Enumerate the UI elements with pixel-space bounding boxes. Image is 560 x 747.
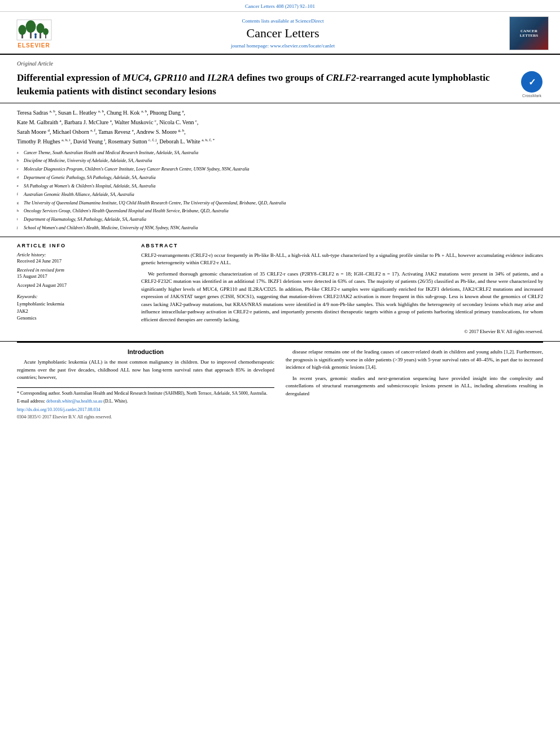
affil-text-d: Department of Genetic Pathology, SA Path… [24, 174, 543, 182]
affil-super-f: f [17, 191, 24, 199]
revised-label: Received in revised form [17, 267, 130, 273]
svg-point-4 [25, 20, 36, 33]
affiliation-h: h Oncology Services Group, Children's He… [17, 208, 543, 216]
intro-para1-left: Acute lymphoblastic leukemia (ALL) is th… [17, 359, 274, 382]
email-address[interactable]: deborah.white@sa.health.sa.au [46, 399, 102, 404]
affiliation-e: e SA Pathology at Women's & Children's H… [17, 183, 543, 191]
copyright-line: © 2017 Elsevier B.V. All rights reserved… [141, 328, 543, 335]
footnote-area: * Corresponding author. South Australian… [17, 387, 274, 421]
svg-rect-10 [34, 36, 36, 38]
affiliations: a Cancer Theme, South Australian Health … [17, 150, 543, 233]
keyword-1: Lymphoblastic leukemia [17, 300, 130, 308]
introduction-heading: Introduction [17, 348, 274, 355]
affil-text-g: The University of Queensland Diamantina … [24, 200, 543, 208]
email-label: E-mail address: [17, 399, 45, 404]
abstract-para1: CRLF2-rearrangements (CRLF2-r) occur fre… [141, 252, 543, 267]
history-label: Article history: [17, 252, 130, 257]
affil-super-e: e [17, 183, 24, 191]
abstract-para2: We performed thorough genomic characteri… [141, 270, 543, 324]
affiliation-i: i Department of Haematology, SA Patholog… [17, 216, 543, 224]
keywords-label: Keywords: [17, 294, 130, 299]
abstract-heading: ABSTRACT [141, 243, 543, 248]
elsevier-brand-text: ELSEVIER [18, 42, 50, 49]
affiliation-b: b Discipline of Medicine, University of … [17, 158, 543, 165]
doi-line[interactable]: http://dx.doi.org/10.1016/j.canlet.2017.… [17, 407, 274, 413]
affil-text-f: Australian Genomic Health Alliance, Adel… [24, 191, 543, 199]
journal-center-header: Contents lists available at ScienceDirec… [56, 18, 509, 49]
affil-text-i: Department of Haematology, SA Pathology,… [24, 216, 543, 224]
affil-super-i: i [17, 216, 24, 224]
intro-para2-right: In recent years, genomic studies and nex… [286, 375, 543, 398]
affil-super-b: b [17, 158, 24, 165]
keyword-2: JAK2 [17, 308, 130, 315]
elsevier-logo: ELSEVIER [11, 19, 56, 49]
affil-super-c: c [17, 166, 24, 174]
affil-text-j: School of Women's and Children's Health,… [24, 225, 543, 233]
sciencedirect-prefix: Contents lists available at ScienceDirec… [242, 18, 324, 24]
cancer-letters-logo: CANCER LETTERS [509, 16, 549, 50]
article-info-abstract-section: ARTICLE INFO Article history: Received 2… [0, 237, 560, 342]
journal-citation-bar: Cancer Letters 408 (2017) 92–101 [0, 0, 560, 12]
sciencedirect-link[interactable]: Contents lists available at ScienceDirec… [56, 18, 509, 24]
affil-text-h: Oncology Services Group, Children's Heal… [24, 208, 543, 216]
article-info-panel: ARTICLE INFO Article history: Received 2… [17, 243, 130, 335]
homepage-link[interactable]: journal homepage: www.elsevier.com/locat… [56, 43, 509, 49]
accepted-date: Accepted 24 August 2017 [17, 282, 130, 288]
affiliation-f: f Australian Genomic Health Alliance, Ad… [17, 191, 543, 199]
article-title: Differential expression of MUC4, GPR110 … [17, 71, 512, 98]
svg-point-8 [43, 28, 49, 35]
abstract-section: ABSTRACT CRLF2-rearrangements (CRLF2-r) … [141, 243, 543, 335]
affil-text-e: SA Pathology at Women's & Children's Hos… [24, 183, 543, 191]
affiliation-c: c Molecular Diagnostics Program, Childre… [17, 166, 543, 174]
crossmark-badge[interactable]: ✓ CrossMark [520, 71, 543, 94]
logo-line2: LETTERS [520, 33, 538, 38]
issn-line: 0304-3835/© 2017 Elsevier B.V. All right… [17, 414, 274, 420]
article-header: Differential expression of MUC4, GPR110 … [0, 69, 560, 103]
crossmark-label: CrossMark [522, 94, 541, 98]
affil-super-h: h [17, 208, 24, 216]
intro-left-column: Introduction Acute lymphoblastic leukemi… [17, 348, 274, 420]
abstract-text: CRLF2-rearrangements (CRLF2-r) occur fre… [141, 252, 543, 335]
authors-line: Teresa Sadras a, b, Susan L. Heatley a, … [17, 108, 543, 146]
crossmark-icon: ✓ [521, 71, 542, 93]
homepage-label: journal homepage: [231, 43, 269, 49]
affiliation-a: a Cancer Theme, South Australian Health … [17, 150, 543, 158]
article-info-heading: ARTICLE INFO [17, 243, 130, 248]
affil-super-a: a [17, 150, 24, 158]
intro-body-left: Acute lymphoblastic leukemia (ALL) is th… [17, 359, 274, 382]
affil-super-d: d [17, 174, 24, 182]
affil-text-a: Cancer Theme, South Australian Health an… [24, 150, 543, 158]
journal-header: ELSEVIER Contents lists available at Sci… [0, 12, 560, 55]
page: Cancer Letters 408 (2017) 92–101 E [0, 0, 560, 747]
keywords-section: Keywords: Lymphoblastic leukemia JAK2 Ge… [17, 294, 130, 322]
introduction-section: Introduction Acute lymphoblastic leukemi… [0, 343, 560, 426]
authors-line4: Timothy P. Hughes a, b, i, David Yeung i… [17, 138, 215, 145]
footnote-corresponding-text: * Corresponding author. South Australian… [17, 391, 268, 396]
affil-super-j: j [17, 225, 24, 233]
affiliation-d: d Department of Genetic Pathology, SA Pa… [17, 174, 543, 182]
keywords-list: Lymphoblastic leukemia JAK2 Genomics [17, 300, 130, 322]
homepage-url[interactable]: www.elsevier.com/locate/canlet [270, 43, 335, 49]
logo-line1: CANCER [520, 29, 537, 33]
journal-citation: Cancer Letters 408 (2017) 92–101 [245, 3, 315, 9]
svg-point-2 [18, 25, 26, 35]
email-footnote: E-mail address: deborah.white@sa.health.… [17, 398, 274, 404]
affil-super-g: g [17, 200, 24, 208]
elsevier-tree-icon [16, 19, 53, 41]
intro-body-right: disease relapse remains one of the leadi… [286, 348, 543, 397]
journal-title: Cancer Letters [56, 26, 509, 41]
doi-text: http://dx.doi.org/10.1016/j.canlet.2017.… [17, 407, 100, 412]
affiliation-g: g The University of Queensland Diamantin… [17, 200, 543, 208]
intro-right-column: disease relapse remains one of the leadi… [286, 348, 543, 420]
received-date: Received 24 June 2017 [17, 258, 130, 264]
authors-line1: Teresa Sadras a, b, Susan L. Heatley a, … [17, 110, 185, 116]
authors-line2: Kate M. Galbraith a, Barbara J. McClure … [17, 119, 199, 125]
intro-para1-right: disease relapse remains one of the leadi… [286, 348, 543, 372]
article-type-label: Original Article [0, 55, 560, 69]
article-title-block: Differential expression of MUC4, GPR110 … [17, 71, 520, 98]
svg-point-9 [34, 33, 37, 36]
corresponding-author-note: * Corresponding author. South Australian… [17, 390, 274, 396]
affil-text-b: Discipline of Medicine, University of Ad… [24, 158, 543, 165]
affiliation-j: j School of Women's and Children's Healt… [17, 225, 543, 233]
authors-line3: Sarah Moore d, Michael Osborn e, f, Tama… [17, 129, 186, 135]
